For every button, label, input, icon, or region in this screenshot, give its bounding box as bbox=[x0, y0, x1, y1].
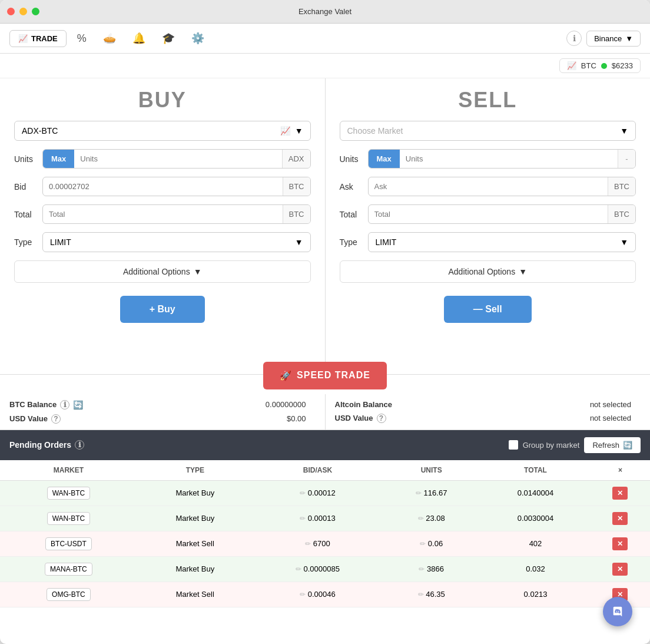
tab-trade[interactable]: 📈 TRADE bbox=[9, 30, 67, 47]
sell-total-input[interactable] bbox=[369, 205, 608, 223]
discord-fab[interactable] bbox=[603, 597, 632, 626]
edit-bid-icon[interactable]: ✏ bbox=[300, 489, 306, 497]
sell-ask-label: Ask bbox=[340, 182, 363, 191]
market-tag: WAN-BTC bbox=[47, 487, 91, 500]
btc-usd-info-icon[interactable]: ? bbox=[51, 414, 61, 424]
cell-units: ✏ 3866 bbox=[382, 556, 480, 582]
edit-units-icon[interactable]: ✏ bbox=[419, 565, 425, 573]
sell-units-input[interactable] bbox=[400, 150, 618, 168]
btc-balance-info-icon[interactable]: ℹ bbox=[60, 400, 69, 409]
price-bar-inner: 📈 BTC $6233 bbox=[559, 58, 641, 73]
buy-additional-options-button[interactable]: Additional Options ▼ bbox=[14, 260, 311, 283]
chevron-down-icon: ▼ bbox=[625, 34, 633, 43]
percent-icon-btn[interactable]: % bbox=[71, 29, 92, 48]
altcoin-usd-info-icon[interactable]: ? bbox=[377, 414, 386, 423]
cell-type: Market Buy bbox=[137, 556, 253, 582]
sell-additional-chevron-icon: ▼ bbox=[519, 267, 527, 276]
buy-total-input-group: BTC bbox=[42, 204, 311, 224]
cell-total: 0.0030004 bbox=[480, 506, 591, 531]
speed-trade-button[interactable]: 🚀 SPEED TRADE bbox=[263, 362, 387, 389]
sell-total-label: Total bbox=[340, 210, 363, 219]
edit-bid-icon[interactable]: ✏ bbox=[296, 565, 301, 573]
buy-type-selector[interactable]: LIMIT ▼ bbox=[42, 232, 311, 252]
buy-units-suffix: ADX bbox=[282, 150, 310, 168]
cell-delete: ✕ bbox=[591, 506, 650, 531]
delete-order-button[interactable]: ✕ bbox=[612, 487, 628, 500]
info-button[interactable]: ℹ bbox=[566, 31, 582, 46]
speed-trade-container: 🚀 SPEED TRADE bbox=[0, 362, 650, 389]
edit-bid-icon[interactable]: ✏ bbox=[300, 590, 306, 599]
cell-market: WAN-BTC bbox=[0, 480, 137, 506]
sell-units-label: Units bbox=[340, 154, 363, 164]
buy-market-selector[interactable]: ADX-BTC 📈 ▼ bbox=[14, 121, 311, 141]
price-bar: 📈 BTC $6233 bbox=[0, 54, 650, 78]
gear-icon-btn[interactable]: ⚙️ bbox=[185, 28, 210, 48]
minimize-button[interactable] bbox=[19, 8, 27, 15]
titlebar: Exchange Valet bbox=[0, 0, 650, 24]
group-by-market-checkbox[interactable] bbox=[509, 440, 518, 450]
orders-table-header-row: MARKET TYPE BID/ASK UNITS TOTAL × bbox=[0, 460, 650, 481]
table-row: WAN-BTC Market Buy ✏ 0.00012 ✏ 116.67 0.… bbox=[0, 480, 650, 506]
altcoin-balance-row: Altcoin Balance not selected bbox=[335, 400, 641, 409]
maximize-button[interactable] bbox=[32, 8, 39, 15]
buy-total-input[interactable] bbox=[43, 205, 283, 223]
chart-icon-btn[interactable]: 🥧 bbox=[97, 28, 122, 48]
cell-market: BTC-USDT bbox=[0, 531, 137, 556]
delete-order-button[interactable]: ✕ bbox=[612, 563, 628, 576]
cell-market: MANA-BTC bbox=[0, 556, 137, 582]
refresh-button[interactable]: Refresh 🔄 bbox=[584, 437, 641, 453]
buy-button[interactable]: + Buy bbox=[120, 296, 205, 323]
trade-tab-label: TRADE bbox=[31, 34, 58, 43]
sell-additional-options-button[interactable]: Additional Options ▼ bbox=[340, 260, 636, 283]
cell-units: ✏ 0.06 bbox=[382, 531, 480, 556]
buy-bid-input[interactable] bbox=[43, 177, 283, 196]
sell-units-dash: - bbox=[618, 150, 635, 168]
cell-delete: ✕ bbox=[591, 531, 650, 556]
sell-ask-input[interactable] bbox=[369, 177, 608, 196]
bell-icon-btn[interactable]: 🔔 bbox=[127, 28, 151, 48]
col-market: MARKET bbox=[0, 460, 137, 481]
window: Exchange Valet 📈 TRADE % 🥧 🔔 🎓 ⚙️ ℹ Bina… bbox=[0, 0, 650, 644]
buy-units-input-group: Max ADX bbox=[42, 149, 311, 169]
cell-total: 0.0213 bbox=[480, 582, 591, 607]
edit-units-icon[interactable]: ✏ bbox=[416, 489, 422, 497]
buy-title: BUY bbox=[14, 88, 311, 113]
edit-bid-icon[interactable]: ✏ bbox=[300, 514, 306, 523]
edit-units-icon[interactable]: ✏ bbox=[418, 590, 424, 599]
sell-button[interactable]: — Sell bbox=[444, 296, 532, 323]
cell-market: WAN-BTC bbox=[0, 506, 137, 531]
orders-table: MARKET TYPE BID/ASK UNITS TOTAL × WAN-BT… bbox=[0, 460, 650, 607]
cell-bid-ask: ✏ 0.00013 bbox=[253, 506, 382, 531]
sell-type-selector[interactable]: LIMIT ▼ bbox=[368, 232, 636, 252]
sell-action-area: — Sell bbox=[340, 291, 636, 328]
buy-max-button[interactable]: Max bbox=[43, 150, 74, 168]
cell-delete: ✕ bbox=[591, 556, 650, 582]
cell-type: Market Buy bbox=[137, 480, 253, 506]
delete-order-button[interactable]: ✕ bbox=[612, 512, 628, 525]
buy-units-input[interactable] bbox=[74, 150, 281, 168]
pending-orders-info-icon[interactable]: ℹ bbox=[75, 440, 84, 450]
exchange-selector[interactable]: Binance ▼ bbox=[586, 31, 641, 47]
col-type: TYPE bbox=[137, 460, 253, 481]
edit-bid-icon[interactable]: ✏ bbox=[305, 540, 311, 548]
buy-type-label: Type bbox=[14, 237, 38, 247]
toolbar: 📈 TRADE % 🥧 🔔 🎓 ⚙️ ℹ Binance ▼ bbox=[0, 24, 650, 54]
col-delete: × bbox=[591, 460, 650, 481]
altcoin-balance-col: Altcoin Balance not selected USD Value ?… bbox=[326, 394, 651, 430]
btc-balance-row: BTC Balance ℹ 🔄 0.00000000 bbox=[9, 400, 316, 409]
edit-units-icon[interactable]: ✏ bbox=[418, 514, 424, 523]
refresh-btn-label: Refresh bbox=[592, 441, 619, 450]
table-row: OMG-BTC Market Sell ✏ 0.00046 ✏ 46.35 0.… bbox=[0, 582, 650, 607]
graduation-icon-btn[interactable]: 🎓 bbox=[156, 28, 181, 48]
btc-balance-refresh-icon[interactable]: 🔄 bbox=[73, 400, 83, 409]
buy-units-row: Units Max ADX bbox=[14, 149, 311, 169]
delete-order-button[interactable]: ✕ bbox=[612, 537, 628, 550]
edit-units-icon[interactable]: ✏ bbox=[420, 540, 426, 548]
close-button[interactable] bbox=[7, 8, 15, 15]
sell-title: SELL bbox=[340, 88, 636, 113]
buy-type-value: LIMIT bbox=[50, 237, 295, 247]
balance-area: BTC Balance ℹ 🔄 0.00000000 USD Value ? $… bbox=[0, 394, 650, 430]
price-chart-icon: 📈 bbox=[567, 61, 576, 70]
sell-market-selector[interactable]: Choose Market ▼ bbox=[340, 121, 636, 141]
sell-max-button[interactable]: Max bbox=[369, 150, 400, 168]
